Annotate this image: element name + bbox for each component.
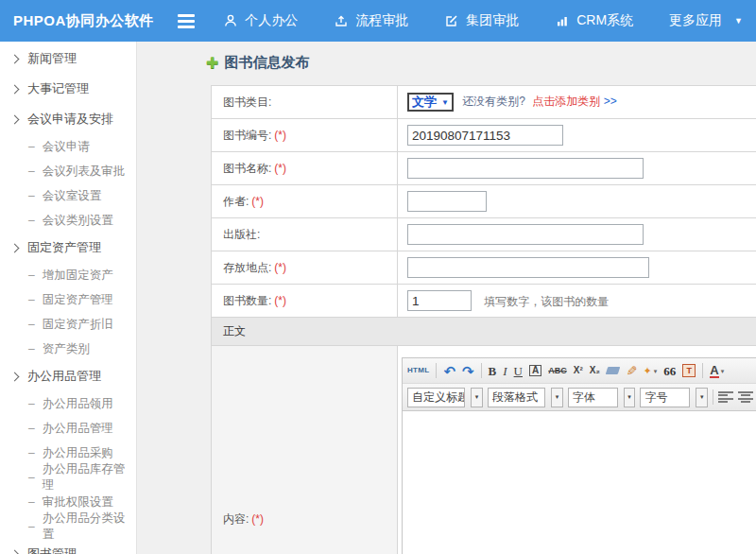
sidebar-item-asset-category[interactable]: –资产类别	[0, 337, 136, 361]
sidebar-label: 办公用品采购	[43, 445, 113, 461]
editor-content-area[interactable]	[403, 411, 756, 554]
category-select[interactable]: 文学 ▼	[407, 93, 454, 112]
editor-toolbar-row1: HTML ↶ ↷ B I U A ABC X² X₂	[403, 358, 756, 384]
paste-as-text-icon[interactable]: T	[682, 364, 696, 377]
align-left-icon[interactable]	[718, 391, 733, 403]
eraser-icon[interactable]	[607, 367, 619, 374]
sidebar-label: 办公用品管理	[27, 368, 101, 385]
bar-chart-icon	[555, 13, 570, 28]
strikethrough-button[interactable]: ABC	[548, 367, 567, 375]
undo-icon[interactable]: ↶	[443, 364, 455, 378]
sidebar-item-meeting-apply[interactable]: –会议申请	[0, 134, 136, 159]
chevron-right-icon	[10, 54, 20, 63]
dash-icon: –	[28, 495, 35, 509]
sidebar-item-meeting-room-settings[interactable]: –会议室设置	[0, 183, 136, 208]
font-size-dropdown[interactable]: 字号	[640, 388, 690, 407]
rich-text-editor: HTML ↶ ↷ B I U A ABC X² X₂	[402, 357, 756, 554]
sidebar-label: 会议申请	[43, 139, 90, 155]
editor-toolbar-row2: 自定义标题 ▾ 段落格式 ▾ 字体 ▾ 字号 ▾	[403, 384, 756, 411]
paragraph-format-dropdown[interactable]: 段落格式	[488, 388, 545, 407]
required-mark: (*)	[251, 195, 264, 208]
author-input[interactable]	[407, 191, 487, 212]
field-label: 存放地点:	[223, 261, 271, 274]
field-label: 出版社:	[223, 228, 260, 241]
underline-button[interactable]: U	[514, 365, 523, 377]
nav-more-apps[interactable]: 更多应用 ▼	[669, 12, 743, 29]
sidebar-item-fixed-assets-management[interactable]: 固定资产管理	[0, 233, 136, 263]
location-input[interactable]	[407, 257, 649, 278]
sidebar-item-supplies-category-settings[interactable]: –办公用品分类设置	[0, 514, 136, 539]
sidebar-item-meeting-category-settings[interactable]: –会议类别设置	[0, 208, 136, 233]
dash-icon: –	[28, 164, 35, 178]
field-label: 作者:	[223, 195, 249, 208]
nav-label: 个人办公	[245, 12, 298, 29]
sidebar-item-office-supplies-management[interactable]: 办公用品管理	[0, 361, 136, 391]
add-category-link[interactable]: 点击添加类别	[532, 95, 600, 108]
sidebar-item-fixed-asset-management[interactable]: –固定资产管理	[0, 287, 136, 312]
page-title: 图书信息发布	[224, 54, 309, 72]
dash-icon: –	[28, 268, 35, 282]
upload-icon	[334, 13, 349, 28]
sidebar-item-memorabilia-management[interactable]: 大事记管理	[0, 74, 136, 104]
sidebar-label: 审批权限设置	[43, 494, 113, 511]
nav-crm-system[interactable]: CRM系统	[555, 12, 633, 29]
sidebar-label: 办公用品领用	[43, 396, 113, 412]
body-section-header: 正文	[212, 318, 756, 346]
quantity-input[interactable]	[407, 290, 472, 311]
field-label: 内容:	[223, 512, 249, 526]
sidebar-item-supplies-management[interactable]: –办公用品管理	[0, 416, 136, 441]
sidebar-item-meeting-request[interactable]: 会议申请及安排	[0, 104, 136, 134]
edit-icon	[444, 13, 459, 28]
select-caret-icon: ▼	[441, 98, 449, 107]
sidebar-label: 资产类别	[43, 341, 90, 357]
caret-down-icon[interactable]: ▾	[551, 388, 563, 407]
publisher-input[interactable]	[407, 224, 644, 245]
add-category-link-arrows[interactable]: >>	[604, 95, 617, 108]
sidebar-item-supplies-inventory[interactable]: –办公用品库存管理	[0, 465, 136, 490]
nav-label: 集团审批	[466, 12, 519, 29]
format-brush-icon[interactable]: ✎	[625, 365, 638, 376]
book-name-input[interactable]	[407, 158, 644, 179]
caret-down-icon[interactable]: ▾	[624, 388, 636, 407]
font-style-button[interactable]: A	[529, 365, 541, 376]
sidebar-item-news-management[interactable]: 新闻管理	[0, 43, 136, 74]
dash-icon: –	[28, 318, 35, 331]
bold-button[interactable]: B	[489, 365, 497, 377]
book-info-form: 图书类目: 文学 ▼ 还没有类别? 点击添加类别 >> 图书编号:(*) 图书名…	[211, 85, 756, 554]
sidebar-item-meeting-list-approval[interactable]: –会议列表及审批	[0, 159, 136, 183]
sidebar-label: 增加固定资产	[43, 268, 113, 284]
nav-process-approval[interactable]: 流程审批	[334, 12, 408, 29]
superscript-button[interactable]: X²	[574, 366, 583, 375]
redo-icon[interactable]: ↷	[462, 364, 474, 378]
align-center-icon[interactable]	[738, 391, 753, 403]
sidebar-label: 会议室设置	[43, 188, 102, 204]
app-brand[interactable]: PHPOA协同办公软件	[13, 12, 168, 30]
sidebar-label: 大事记管理	[27, 80, 89, 97]
dash-icon: –	[28, 397, 35, 410]
font-family-dropdown[interactable]: 字体	[568, 388, 618, 407]
toolbar-separator	[713, 390, 713, 405]
font-color-button[interactable]: A▾	[710, 364, 724, 378]
category-selected-value: 文学	[412, 94, 437, 111]
nav-personal-office[interactable]: 个人办公	[223, 12, 298, 29]
nav-group-approval[interactable]: 集团审批	[444, 12, 519, 29]
italic-button[interactable]: I	[503, 365, 507, 377]
sidebar-item-add-fixed-asset[interactable]: –增加固定资产	[0, 263, 136, 287]
sidebar-label: 办公用品管理	[43, 421, 113, 437]
highlight-pen-icon[interactable]: ✦▾	[644, 366, 658, 376]
subscript-button[interactable]: X₂	[590, 366, 600, 375]
sidebar-item-supplies-claim[interactable]: –办公用品领用	[0, 391, 136, 416]
blockquote-button[interactable]: 66	[663, 365, 676, 377]
html-source-button[interactable]: HTML	[407, 367, 429, 374]
caret-down-icon[interactable]: ▾	[471, 388, 483, 407]
dash-icon: –	[28, 342, 35, 355]
custom-heading-dropdown[interactable]: 自定义标题	[407, 388, 465, 407]
chevron-right-icon	[10, 243, 20, 252]
form-row-publisher: 出版社:	[212, 218, 756, 251]
required-mark: (*)	[274, 162, 286, 175]
form-row-author: 作者:(*)	[212, 185, 756, 218]
menu-toggle-icon[interactable]	[178, 14, 195, 28]
caret-down-icon[interactable]: ▾	[696, 388, 708, 407]
book-number-input[interactable]	[407, 125, 563, 146]
sidebar-item-fixed-asset-depreciation[interactable]: –固定资产折旧	[0, 312, 136, 337]
